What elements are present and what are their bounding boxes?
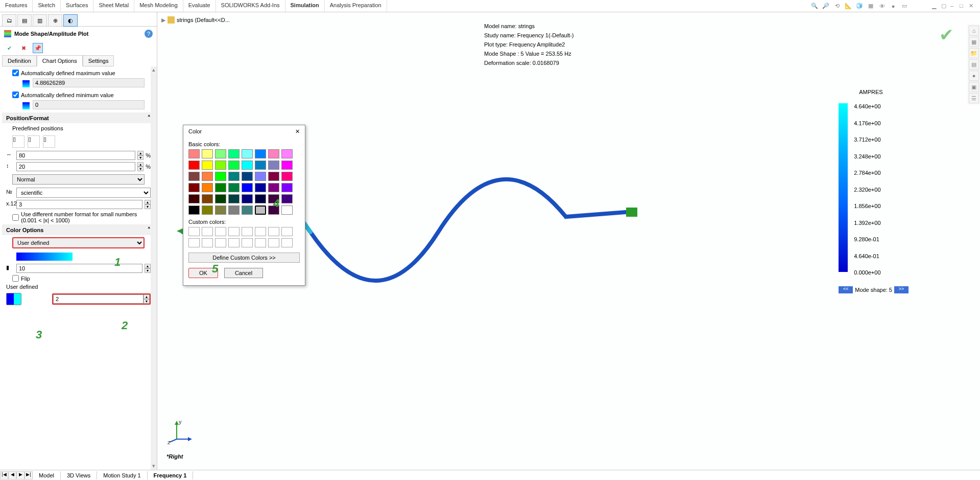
x-up[interactable]: ▲ xyxy=(137,151,144,155)
custom-color-cell[interactable] xyxy=(228,227,240,236)
user-defined-count-input[interactable] xyxy=(53,294,144,304)
auto-max-checkbox[interactable] xyxy=(12,70,19,76)
forum-icon[interactable]: ☰ xyxy=(969,93,979,103)
custom-color-cell[interactable] xyxy=(255,238,266,247)
accept-button[interactable]: ✔ xyxy=(4,43,14,53)
custom-color-cell[interactable] xyxy=(228,238,240,247)
basic-color-cell[interactable] xyxy=(215,149,226,158)
prec-down[interactable]: ▼ xyxy=(145,204,151,209)
custom-color-cell[interactable] xyxy=(242,238,253,247)
view-palette-icon[interactable]: ▤ xyxy=(969,59,979,70)
basic-color-cell[interactable] xyxy=(281,194,293,203)
y-up[interactable]: ▲ xyxy=(137,162,144,167)
panel-tab-display[interactable]: ▥ xyxy=(33,14,47,27)
basic-color-cell[interactable] xyxy=(242,183,253,192)
mode-next-button[interactable]: >> xyxy=(894,286,909,293)
basic-color-cell[interactable] xyxy=(242,149,253,158)
basic-color-cell[interactable] xyxy=(215,172,226,181)
pos-btn-3[interactable]: ▯ xyxy=(43,135,55,148)
basic-color-cell[interactable] xyxy=(202,205,213,215)
basic-color-cell[interactable] xyxy=(215,205,226,215)
scroll-up-icon[interactable]: ▴ xyxy=(151,66,157,74)
mode-prev-button[interactable]: << xyxy=(839,286,853,293)
basic-color-cell[interactable] xyxy=(202,149,213,158)
basic-color-cell[interactable] xyxy=(228,161,240,170)
basic-color-cell[interactable] xyxy=(268,149,279,158)
win-min2-icon[interactable]: – xyxy=(950,3,958,10)
scene-icon[interactable]: ▭ xyxy=(900,2,909,10)
custom-props-icon[interactable]: ▣ xyxy=(969,82,979,92)
breadcrumb[interactable]: ▶ strings (Default<<D... xyxy=(161,16,230,24)
appearance-icon[interactable]: ● xyxy=(889,2,897,10)
basic-color-cell[interactable] xyxy=(255,149,266,158)
basic-color-cell[interactable] xyxy=(188,183,200,192)
custom-color-cell[interactable] xyxy=(268,238,279,247)
breadcrumb-text[interactable]: strings (Default<<D... xyxy=(177,17,230,23)
panel-tab-feature-tree[interactable]: 🗂 xyxy=(2,14,16,27)
panel-tab-config[interactable]: ▤ xyxy=(17,14,32,27)
home-icon[interactable]: ⌂ xyxy=(969,26,979,36)
custom-color-cell[interactable] xyxy=(215,227,226,236)
basic-color-cell[interactable] xyxy=(242,194,253,203)
custom-color-cell[interactable] xyxy=(188,227,200,236)
basic-color-cell[interactable] xyxy=(188,172,200,181)
basic-color-cell[interactable] xyxy=(281,205,293,215)
pin-button[interactable]: 📌 xyxy=(33,43,43,53)
appearances-icon[interactable]: ● xyxy=(969,71,979,81)
graphics-viewport[interactable]: ▶ strings (Default<<D... Model name: str… xyxy=(157,12,980,470)
win-restore-icon[interactable]: ▢ xyxy=(941,3,948,10)
custom-color-cell[interactable] xyxy=(215,238,226,247)
count-down[interactable]: ▼ xyxy=(145,268,151,273)
tab-sketch[interactable]: Sketch xyxy=(33,0,61,12)
prev-view-icon[interactable]: ⟲ xyxy=(833,2,841,10)
custom-color-cell[interactable] xyxy=(188,238,200,247)
btab-motion[interactable]: Motion Study 1 xyxy=(97,471,147,479)
position-format-header[interactable]: Position/Format ˄ xyxy=(2,112,155,123)
basic-color-cell[interactable] xyxy=(188,149,200,158)
basic-color-cell[interactable] xyxy=(281,183,293,192)
basic-color-cell[interactable] xyxy=(268,172,279,181)
custom-color-cell[interactable] xyxy=(242,227,253,236)
basic-color-cell[interactable] xyxy=(281,161,293,170)
basic-color-cell[interactable] xyxy=(255,183,266,192)
panel-scrollbar[interactable]: ▴ ▾ xyxy=(151,66,157,470)
basic-color-cell[interactable] xyxy=(242,205,253,215)
ud-down[interactable]: ▼ xyxy=(144,299,150,304)
custom-color-cell[interactable] xyxy=(255,227,266,236)
basic-color-cell[interactable] xyxy=(188,205,200,215)
auto-min-checkbox[interactable] xyxy=(12,92,19,98)
prec-up[interactable]: ▲ xyxy=(145,200,151,204)
win-max-icon[interactable]: □ xyxy=(960,3,967,10)
tab-first-icon[interactable]: |◀ xyxy=(0,471,8,479)
basic-color-cell[interactable] xyxy=(188,161,200,170)
cancel-button[interactable]: Cancel xyxy=(224,268,263,278)
ud-up[interactable]: ▲ xyxy=(144,294,150,299)
zoom-area-icon[interactable]: 🔎 xyxy=(822,2,830,10)
color-options-header[interactable]: Color Options ˄ xyxy=(2,224,155,235)
btab-frequency[interactable]: Frequency 1 xyxy=(148,471,194,479)
basic-color-cell[interactable] xyxy=(188,194,200,203)
basic-color-cell[interactable] xyxy=(255,194,266,203)
custom-color-cell[interactable] xyxy=(281,227,293,236)
scroll-down-icon[interactable]: ▾ xyxy=(151,463,157,470)
tab-next-icon[interactable]: ▶ xyxy=(16,471,25,479)
flip-checkbox[interactable] xyxy=(12,275,19,282)
accept-overlay-icon[interactable]: ✔ xyxy=(939,25,960,40)
user-color-swatches[interactable] xyxy=(6,293,21,305)
reject-button[interactable]: ✖ xyxy=(18,43,29,53)
view-triad[interactable]: y z xyxy=(166,419,192,444)
win-min-icon[interactable]: ▁ xyxy=(932,3,939,10)
library-icon[interactable]: 📁 xyxy=(969,48,979,58)
subtab-settings[interactable]: Settings xyxy=(83,55,114,66)
help-icon[interactable]: ? xyxy=(145,30,153,38)
tab-addins[interactable]: SOLIDWORKS Add-Ins xyxy=(216,0,285,12)
basic-color-cell[interactable] xyxy=(281,149,293,158)
basic-color-cell[interactable] xyxy=(215,183,226,192)
panel-tab-dims[interactable]: ⊕ xyxy=(48,14,62,27)
pos-btn-2[interactable]: ▯ xyxy=(28,135,40,148)
custom-color-cell[interactable] xyxy=(281,238,293,247)
normal-select[interactable]: Normal xyxy=(12,174,145,185)
tab-surfaces[interactable]: Surfaces xyxy=(61,0,93,12)
tab-last-icon[interactable]: ▶| xyxy=(25,471,33,479)
y-input[interactable] xyxy=(16,162,135,171)
